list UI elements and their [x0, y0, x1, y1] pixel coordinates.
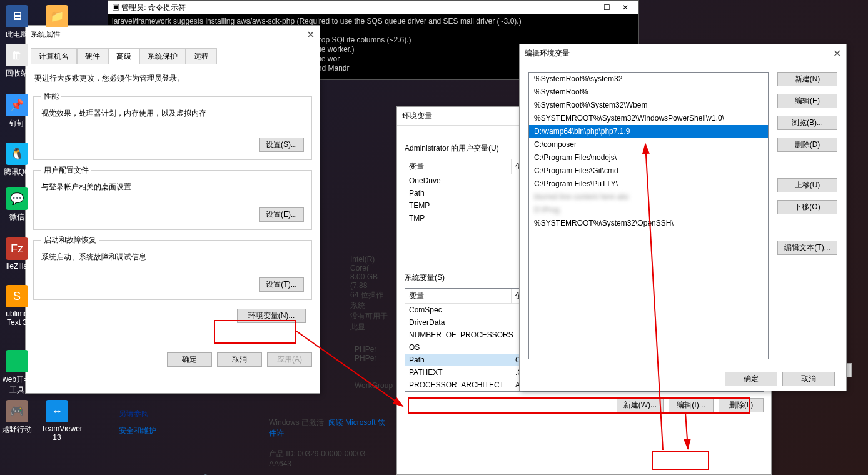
path-item[interactable]: %SYSTEMROOT%\System32\OpenSSH\	[529, 217, 768, 230]
path-item[interactable]: C:\Program Files\PuTTY\	[529, 178, 768, 191]
cmd-titlebar[interactable]: ▣ 管理员: 命令提示符 —☐✕	[108, 1, 638, 14]
startup-group: 启动和故障恢复 系统启动、系统故障和调试信息 设置(T)...	[33, 235, 312, 300]
desktop-icon[interactable]: Sublime Text 3	[1, 285, 33, 327]
close-icon: ✕	[616, 3, 635, 12]
path-delete-button[interactable]: 删除(D)	[777, 138, 837, 152]
tab-高级[interactable]: 高级	[108, 48, 139, 64]
desktop-icon[interactable]: 🖥此电脑	[1, 5, 33, 40]
envvars-title: 环境变量	[402, 111, 432, 121]
product-id: 产品 ID: 00329-00000-00003-AA643	[269, 449, 388, 468]
sys-edit-button[interactable]: 编辑(I)...	[669, 398, 714, 412]
path-item[interactable]: %SystemRoot%\system32	[529, 72, 768, 86]
sys-os: 64 位操作系统	[350, 290, 388, 311]
apply-button[interactable]: 应用(A)	[267, 352, 312, 367]
desktop-icon[interactable]: ↔TeamViewer 13	[41, 400, 73, 442]
sys-workgroup: WorkGroup	[355, 381, 388, 390]
desktop-icon[interactable]: 🗑回收站	[1, 44, 33, 79]
path-item[interactable]: C:\composer	[529, 138, 768, 151]
start-desc: 系统启动、系统故障和调试信息	[41, 252, 304, 262]
col-var: 变量	[405, 159, 512, 174]
editenv-title: 编辑环境变量	[525, 48, 570, 59]
window-controls[interactable]: —☐✕	[578, 3, 635, 12]
prof-settings-button[interactable]: 设置(E)...	[259, 208, 304, 222]
desktop-icon[interactable]: 📁workspace	[41, 5, 73, 38]
path-edit-button[interactable]: 编辑(E)	[777, 94, 837, 108]
cmd-title: 管理员: 命令提示符	[121, 3, 186, 12]
edit-env-dialog: 编辑环境变量 ✕ %SystemRoot%\system32%SystemRoo…	[519, 44, 847, 391]
start-settings-button[interactable]: 设置(T)...	[259, 278, 304, 292]
sys-cpu: Intel(R) Core(	[350, 255, 388, 272]
path-up-button[interactable]: 上移(U)	[777, 178, 837, 192]
admin-note: 要进行大多数更改，您必须作为管理员登录。	[26, 64, 320, 86]
desktop-icon[interactable]: FzileZilla	[1, 238, 33, 271]
sysprops-tabs[interactable]: 计算机名硬件高级系统保护远程	[26, 44, 320, 64]
cmd-icon: ▣	[112, 3, 119, 12]
perf-desc: 视觉效果，处理器计划，内存使用，以及虚拟内存	[41, 108, 304, 119]
userprofile-group: 用户配置文件 与登录帐户相关的桌面设置 设置(E)...	[33, 165, 312, 230]
path-item[interactable]: C:\Program Files\Git\cmd	[529, 164, 768, 178]
close-icon[interactable]: ✕	[833, 48, 841, 59]
prof-legend: 用户配置文件	[41, 165, 91, 176]
tab-计算机名[interactable]: 计算机名	[31, 48, 77, 64]
system-properties-dialog: 系统属性 ✕ 计算机名硬件高级系统保护远程 要进行大多数更改，您必须作为管理员登…	[25, 25, 320, 394]
desktop-icon[interactable]: 🐧腾讯QQ	[1, 142, 33, 178]
path-new-button[interactable]: 新建(N)	[777, 72, 837, 86]
desktop-icon[interactable]: 💬微信	[1, 188, 33, 222]
path-item[interactable]: blurred line content here abc	[529, 191, 768, 204]
perf-legend: 性能	[41, 91, 61, 102]
path-item[interactable]: %SYSTEMROOT%\System32\WindowsPowerShell\…	[529, 112, 768, 125]
tab-远程[interactable]: 远程	[186, 48, 217, 64]
sys-phper: PHPer	[355, 345, 388, 354]
desktop-icon[interactable]: web开者工具	[1, 350, 33, 396]
path-list[interactable]: %SystemRoot%\system32%SystemRoot%%System…	[528, 72, 769, 359]
maximize-icon: ☐	[597, 3, 616, 12]
path-browse-button[interactable]: 浏览(B)...	[777, 116, 837, 130]
path-edittext-button[interactable]: 编辑文本(T)...	[777, 241, 837, 255]
desktop-icon[interactable]: 🎮越野行动	[1, 400, 33, 435]
editenv-cancel-button[interactable]: 取消	[782, 372, 835, 386]
desktop-icon[interactable]: 📌钉钉	[1, 94, 33, 129]
path-item[interactable]: D:\Prog	[529, 204, 768, 217]
sys-delete-button[interactable]: 删除(L)	[719, 398, 764, 412]
path-item[interactable]: D:\wamp64\bin\php\php7.1.9	[529, 125, 768, 138]
start-legend: 启动和故障恢复	[41, 235, 99, 246]
prof-desc: 与登录帐户相关的桌面设置	[41, 182, 304, 192]
minimize-icon: —	[578, 3, 597, 12]
tab-系统保护[interactable]: 系统保护	[139, 48, 186, 64]
path-item[interactable]: %SystemRoot%	[529, 86, 768, 99]
close-icon[interactable]: ✕	[306, 29, 315, 41]
tab-硬件[interactable]: 硬件	[77, 48, 108, 64]
sys-noavail: 没有可用于此显	[350, 311, 388, 332]
performance-group: 性能 视觉效果，处理器计划，内存使用，以及虚拟内存 设置(S)...	[33, 91, 312, 160]
perf-settings-button[interactable]: 设置(S)...	[259, 138, 304, 152]
col-var2: 变量	[405, 289, 512, 303]
path-item[interactable]: %SystemRoot%\System32\Wbem	[529, 99, 768, 112]
editenv-titlebar[interactable]: 编辑环境变量 ✕	[520, 44, 846, 63]
sys-ram: 8.00 GB (7.88	[350, 272, 388, 290]
editenv-ok-button[interactable]: 确定	[725, 372, 777, 386]
sys-new-button[interactable]: 新建(W)...	[617, 398, 664, 412]
env-vars-button[interactable]: 环境变量(N)...	[237, 309, 306, 323]
cancel-button[interactable]: 取消	[217, 352, 262, 367]
path-item[interactable]: C:\Program Files\nodejs\	[529, 151, 768, 164]
path-down-button[interactable]: 下移(O)	[777, 200, 837, 214]
win-activated: Windows 已激活	[269, 418, 324, 427]
sys-phper2: PHPer	[355, 354, 388, 362]
ok-button[interactable]: 确定	[167, 352, 212, 367]
